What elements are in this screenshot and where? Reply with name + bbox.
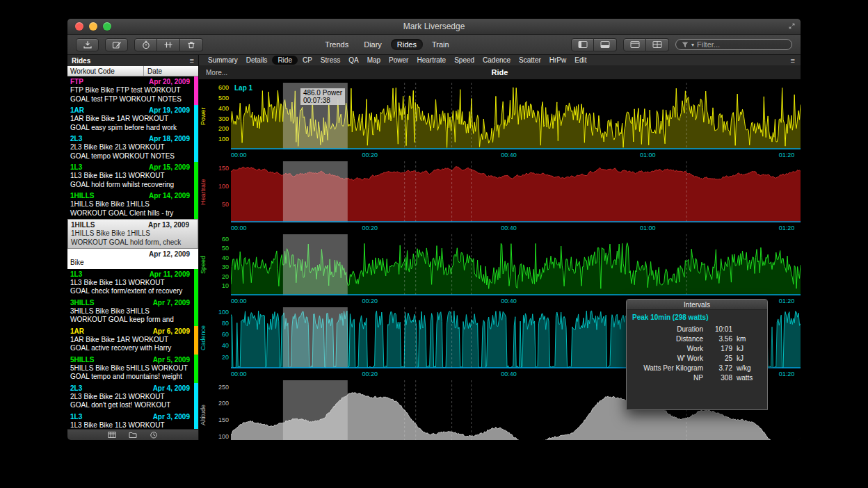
more-button[interactable]: More... (206, 69, 227, 76)
ride-date: Apr 4, 2009 (153, 384, 190, 393)
column-date[interactable]: Date (144, 66, 198, 76)
cadence-ytick: 40 (222, 342, 229, 349)
ride-list-item[interactable]: 1ARApr 19, 20091AR Bike Bike 1AR WORKOUT… (67, 105, 198, 133)
tiled-view-button[interactable] (646, 38, 669, 51)
ride-date: Apr 13, 2009 (148, 221, 189, 229)
xtick-label: 00:00 (231, 225, 247, 231)
tab-speed[interactable]: Speed (451, 56, 478, 64)
speed-ytick: 40 (222, 254, 229, 261)
power-chart[interactable]: Power600500400300200100Lap 1486.0 Power0… (199, 83, 801, 161)
speed-chart[interactable]: Speed60504030201000:0000:2000:4001:0001:… (199, 234, 801, 307)
ride-list-item[interactable]: 1L3Apr 11, 20091L3 Bike Bike 1L3 WORKOUT… (67, 269, 198, 298)
fullscreen-icon[interactable] (788, 22, 796, 30)
cadence-axis-gutter: Cadence10080604020 (199, 307, 231, 368)
altitude-ytick: 150 (218, 416, 229, 423)
history-clock-icon[interactable] (150, 431, 158, 439)
intervals-popup-body: Peak 10min (298 watts) Duration10:01Dist… (627, 310, 767, 385)
power-ytick: 300 (218, 115, 229, 122)
intervals-popup[interactable]: Intervals Peak 10min (298 watts) Duratio… (626, 299, 768, 410)
ride-description: 2L3 Bike Bike 2L3 WORKOUT (70, 393, 190, 402)
toolbar-tab-diary[interactable]: Diary (357, 39, 388, 50)
xtick-label: 00:20 (362, 371, 378, 377)
interval-metric-unit: kJ (737, 355, 762, 362)
tab-heartrate[interactable]: Heartrate (413, 56, 449, 64)
titlebar[interactable]: Mark Liversedge (67, 19, 801, 35)
tab-hrpw[interactable]: HrPw (546, 56, 570, 64)
filter-input[interactable]: ▾ Filter... (675, 39, 792, 50)
ride-list-item[interactable]: 1HILLSApr 13, 20091HILLS Bike Bike 1HILL… (67, 219, 198, 249)
minimize-window-button[interactable] (89, 22, 97, 31)
interval-metric-value: 308 (707, 374, 732, 382)
toolbar-tab-train[interactable]: Train (426, 39, 456, 50)
xtick-label: 00:00 (231, 152, 247, 158)
interval-metric-value: 3.56 (707, 335, 732, 343)
altitude-ytick: 200 (218, 400, 229, 407)
ride-description: 1L3 Bike Bike 1L3 WORKOUT (70, 172, 190, 181)
tab-cadence[interactable]: Cadence (479, 56, 514, 64)
table-view-icon[interactable] (108, 431, 116, 439)
interval-metric-label: NP (632, 374, 703, 382)
ride-list-column-header[interactable]: Workout Code Date (67, 66, 198, 76)
tab-power[interactable]: Power (385, 56, 412, 64)
chart-menu-icon[interactable]: ≡ (791, 56, 795, 65)
interval-metric-value: 10:01 (707, 325, 732, 333)
power-plot[interactable]: Lap 1486.0 Power00:07:38 (231, 83, 801, 149)
view-layout-group (623, 38, 669, 51)
ride-list[interactable]: FTPApr 20, 2009FTP Bike Bike FTP test WO… (67, 76, 198, 429)
sidebar-menu-icon[interactable]: ≡ (190, 56, 194, 65)
toolbar: TrendsDiaryRidesTrain (67, 35, 801, 55)
tab-stress[interactable]: Stress (317, 56, 344, 64)
delete-button[interactable] (180, 38, 203, 51)
save-button[interactable] (76, 38, 99, 51)
tab-qa[interactable]: QA (345, 56, 362, 64)
interval-metric-value: 3.72 (707, 364, 732, 372)
power-ytick: 500 (218, 95, 229, 101)
bottombar-toggle-button[interactable] (594, 38, 617, 51)
column-workout-code[interactable]: Workout Code (67, 66, 144, 76)
tabbed-view-button[interactable] (623, 38, 646, 51)
ride-code: 1AR (70, 327, 84, 336)
ride-list-item[interactable]: Apr 12, 2009Bike (67, 249, 198, 269)
stopwatch-button[interactable] (134, 38, 157, 51)
xtick-label: 00:00 (231, 371, 247, 377)
ride-date: Apr 3, 2009 (153, 413, 190, 421)
speed-plot[interactable] (231, 234, 801, 295)
tab-ride[interactable]: Ride (272, 56, 298, 65)
toolbar-tab-rides[interactable]: Rides (391, 39, 423, 50)
folder-icon[interactable] (129, 431, 137, 439)
ride-code: 2L3 (70, 384, 82, 393)
ride-list-item[interactable]: 1L3Apr 3, 20091L3 Bike Bike 1L3 WORKOUT (67, 412, 198, 430)
intervals-button[interactable] (157, 38, 180, 51)
intervals-popup-title[interactable]: Intervals (627, 300, 767, 310)
ride-list-item[interactable]: 3HILLSApr 7, 20093HILLS Bike Bike 3HILLS… (67, 298, 198, 326)
tab-details[interactable]: Details (243, 56, 271, 64)
cadence-ytick: 100 (218, 309, 229, 316)
power-xaxis: 00:0000:2000:4001:0001:20 (199, 149, 801, 161)
heartrate-plot[interactable] (231, 161, 801, 222)
heartrate-series-svg (231, 161, 801, 222)
toolbar-tab-trends[interactable]: Trends (319, 39, 355, 50)
ride-list-item[interactable]: 1L3Apr 15, 20091L3 Bike Bike 1L3 WORKOUT… (67, 162, 198, 190)
ride-list-item[interactable]: 1ARApr 6, 20091AR Bike Bike 1AR WORKOUTG… (67, 326, 198, 355)
bar-toggle-group (571, 38, 617, 51)
lap-label: Lap 1 (234, 84, 252, 92)
ride-description: 5HILLS Bike Bike 5HILLS WORKOUT (70, 364, 190, 373)
zoom-window-button[interactable] (103, 22, 111, 31)
speed-series-svg (231, 234, 801, 295)
ride-date: Apr 19, 2009 (149, 106, 190, 115)
ride-list-item[interactable]: 2L3Apr 18, 20092L3 Bike Bike 2L3 WORKOUT… (67, 133, 198, 162)
heartrate-chart[interactable]: Heartrate1501005000:0000:2000:4001:0001:… (199, 161, 801, 234)
ride-list-item[interactable]: 5HILLSApr 5, 20095HILLS Bike Bike 5HILLS… (67, 355, 198, 383)
ride-list-item[interactable]: FTPApr 20, 2009FTP Bike Bike FTP test WO… (67, 76, 198, 105)
tab-scatter[interactable]: Scatter (515, 56, 545, 64)
tab-map[interactable]: Map (364, 56, 384, 64)
tab-summary[interactable]: Summary (204, 56, 241, 64)
ride-list-item[interactable]: 1HILLSApr 14, 20091HILLS Bike Bike 1HILL… (67, 190, 198, 219)
close-window-button[interactable] (75, 22, 83, 31)
ride-list-item[interactable]: 2L3Apr 4, 20092L3 Bike Bike 2L3 WORKOUTG… (67, 383, 198, 412)
sidebar-header[interactable]: Rides ≡ (67, 55, 198, 66)
tab-cp[interactable]: CP (299, 56, 316, 64)
tab-edit[interactable]: Edit (571, 56, 590, 64)
edit-button[interactable] (105, 38, 128, 51)
sidebar-toggle-button[interactable] (571, 38, 594, 51)
